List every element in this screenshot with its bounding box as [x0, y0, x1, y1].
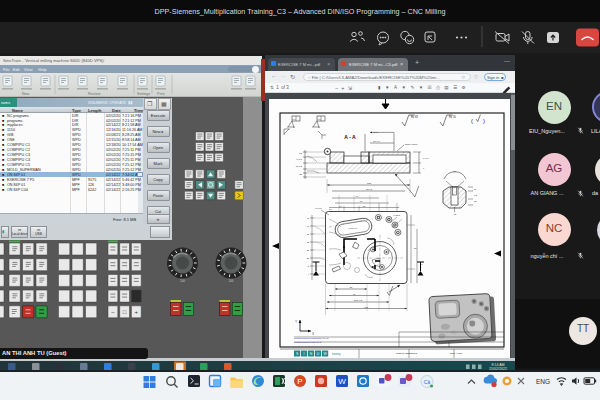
svg-text:ø6: ø6 [454, 213, 457, 215]
svg-text:30: 30 [350, 286, 353, 288]
svg-text:0.1: 0.1 [292, 118, 296, 120]
svg-text:8±0.1: 8±0.1 [297, 158, 303, 160]
svg-text:Rz 16: Rz 16 [449, 115, 456, 119]
svg-text:104.5: 104.5 [366, 188, 373, 191]
svg-text:20: 20 [307, 257, 310, 259]
svg-text:40: 40 [307, 225, 310, 227]
svg-text:54: 54 [420, 263, 423, 265]
svg-text:R4: R4 [339, 205, 343, 207]
svg-text:□: □ [123, 309, 127, 315]
svg-text:sharp edged: sharp edged [405, 143, 418, 145]
svg-text:60.5±0.2: 60.5±0.2 [354, 299, 363, 301]
svg-text:35: 35 [307, 233, 310, 235]
svg-text:32: 32 [307, 241, 310, 243]
svg-text:scale 4.75:1: scale 4.75:1 [450, 352, 463, 354]
svg-text:100: 100 [228, 279, 233, 283]
svg-text:undimensioned chamfers 0.5x45°: undimensioned chamfers 0.5x45° [294, 337, 330, 340]
svg-text:0.1: 0.1 [317, 118, 321, 120]
svg-text:8: 8 [308, 265, 310, 267]
svg-text:⌀ 190±0.1: ⌀ 190±0.1 [349, 227, 359, 229]
svg-text:90°: 90° [453, 170, 457, 173]
svg-text:R4: R4 [329, 208, 333, 210]
svg-text:W: W [338, 377, 346, 386]
svg-text:Cậ: Cậ [424, 379, 431, 385]
svg-text:6±0.1: 6±0.1 [423, 157, 429, 159]
svg-text:): ) [483, 118, 485, 124]
svg-text:I: I [304, 352, 305, 356]
svg-text:P: P [297, 377, 302, 386]
svg-text:8:14 AM: 8:14 AM [491, 362, 504, 366]
svg-text:training: training [332, 352, 341, 356]
svg-text:ENG: ENG [536, 378, 550, 385]
svg-text:ø9: ø9 [474, 188, 477, 190]
svg-text:102: 102 [364, 306, 368, 308]
svg-text:45: 45 [307, 217, 310, 219]
svg-text:4x ø5.5: 4x ø5.5 [393, 214, 401, 216]
svg-text:material: S235JRG2: material: S235JRG2 [396, 352, 417, 354]
svg-text:78: 78 [360, 200, 363, 202]
svg-text:16-0.2: 16-0.2 [296, 165, 303, 167]
svg-text:2.5: 2.5 [299, 152, 303, 154]
svg-text:4: 4 [308, 273, 310, 275]
svg-text:112: 112 [367, 182, 371, 185]
svg-text:29: 29 [414, 247, 417, 249]
svg-text:45: 45 [353, 293, 356, 295]
svg-text:undimensioned radii R0.2: undimensioned radii R0.2 [294, 341, 322, 344]
svg-text:12: 12 [474, 200, 477, 202]
svg-text:6.5: 6.5 [474, 194, 478, 196]
svg-text:Y: Y [295, 320, 297, 324]
svg-text:Rz 63: Rz 63 [411, 115, 418, 119]
svg-text:25: 25 [307, 249, 310, 251]
svg-text:X: X [312, 332, 314, 336]
svg-text:9: 9 [423, 167, 425, 169]
svg-text:+: + [135, 309, 139, 315]
svg-text:A - A: A - A [344, 134, 356, 140]
svg-text:64: 64 [356, 195, 359, 197]
svg-text:88: 88 [363, 205, 366, 207]
svg-text:(: ( [471, 118, 473, 124]
svg-text:−: − [111, 309, 115, 315]
svg-text:ø6 H7: ø6 H7 [373, 140, 380, 143]
svg-text:40±0.2: 40±0.2 [315, 207, 322, 209]
svg-text:25: 25 [300, 173, 303, 175]
svg-text:100: 100 [180, 279, 185, 283]
